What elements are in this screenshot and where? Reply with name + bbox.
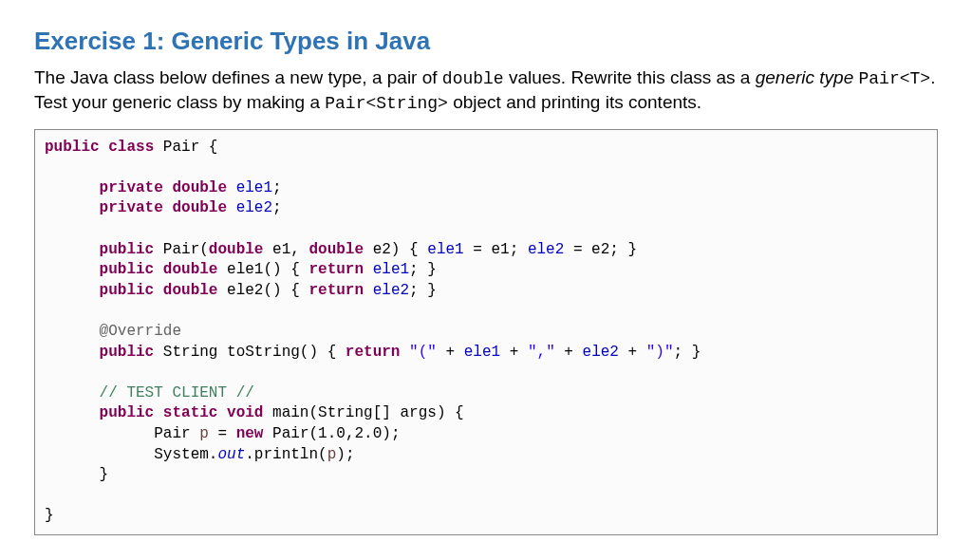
code-token	[45, 261, 100, 278]
code-token	[154, 282, 163, 299]
code-token	[45, 344, 100, 361]
code-token	[154, 404, 163, 421]
code-token: Pair {	[154, 139, 217, 156]
code-token: double	[209, 241, 264, 258]
code-token: ; }	[409, 282, 437, 299]
code-token: ele2	[583, 344, 619, 361]
code-token	[364, 261, 373, 278]
code-token: +	[500, 344, 528, 361]
code-token: ele1	[236, 179, 272, 196]
code-token	[45, 323, 100, 340]
code-token: +	[437, 344, 464, 361]
code-token	[45, 404, 100, 421]
code-token: double	[163, 261, 218, 278]
code-token: return	[308, 282, 364, 299]
code-token: Pair(	[154, 241, 209, 258]
code-token	[45, 282, 100, 299]
code-token: }	[45, 507, 54, 524]
exercise-description: The Java class below defines a new type,…	[34, 65, 938, 116]
code-token: String toString() {	[154, 344, 346, 361]
code-token: +	[555, 344, 583, 361]
code-token	[364, 282, 373, 299]
code-token: ele2	[373, 282, 409, 299]
code-token	[45, 241, 100, 258]
code-token: public	[100, 344, 155, 361]
code-token: ; }	[674, 344, 701, 361]
code-token: @Override	[100, 323, 181, 340]
desc-text-5: object and printing its contents.	[448, 92, 701, 112]
code-token	[45, 179, 100, 196]
code-token	[400, 344, 409, 361]
code-token: =	[209, 425, 236, 442]
code-token: e2) {	[364, 241, 427, 258]
code-token: new	[236, 425, 264, 442]
code-token: ele1	[427, 241, 463, 258]
code-token: e1,	[263, 241, 308, 258]
code-token: = e2; }	[564, 241, 637, 258]
code-token	[45, 384, 100, 401]
code-token	[154, 261, 163, 278]
code-token	[100, 139, 109, 156]
code-token	[217, 404, 227, 421]
code-token: main(String[] args) {	[263, 404, 463, 421]
code-token: System.	[45, 446, 217, 463]
code-token: class	[108, 139, 154, 156]
code-token: );	[336, 446, 354, 463]
code-token: // TEST CLIENT //	[100, 384, 254, 401]
code-token: ; }	[409, 261, 437, 278]
code-token: return	[308, 261, 364, 278]
code-token: ele2	[528, 241, 564, 258]
code-token	[163, 199, 173, 216]
code-token: public	[100, 404, 155, 421]
code-token: double	[172, 199, 227, 216]
code-token: double	[308, 241, 364, 258]
code-token: return	[346, 344, 401, 361]
code-token: ele1() {	[217, 261, 308, 278]
code-token: ele1	[464, 344, 500, 361]
code-token: "("	[409, 344, 437, 361]
code-token: p	[199, 425, 209, 442]
desc-code-pair-string: Pair<String>	[325, 94, 448, 113]
code-token: Pair	[45, 425, 199, 442]
code-token: private	[100, 199, 163, 216]
code-token: out	[217, 446, 245, 463]
code-token: = e1;	[464, 241, 528, 258]
code-token	[163, 179, 173, 196]
code-token: Pair(1.0,2.0);	[263, 425, 400, 442]
code-token: ele2	[236, 199, 272, 216]
code-token: void	[227, 404, 263, 421]
code-token: }	[45, 466, 108, 483]
code-token	[227, 179, 236, 196]
desc-code-pair-t: Pair<T>	[859, 69, 931, 88]
desc-italic-generic-type: generic type	[756, 67, 854, 87]
code-token: public	[100, 282, 155, 299]
code-token: ;	[272, 179, 282, 196]
code-token: ")"	[646, 344, 674, 361]
code-token: p	[327, 446, 337, 463]
desc-code-double: double	[442, 69, 504, 88]
code-token: public	[100, 241, 155, 258]
code-token: private	[100, 179, 163, 196]
desc-text-2: values. Rewrite this class as a	[504, 67, 756, 87]
code-token: public	[100, 261, 155, 278]
code-token	[227, 199, 236, 216]
code-token: double	[172, 179, 227, 196]
code-token: ","	[528, 344, 555, 361]
code-token: .println(	[245, 446, 327, 463]
code-block: public class Pair { private double ele1;…	[34, 129, 938, 535]
code-token: static	[163, 404, 218, 421]
code-token: double	[163, 282, 218, 299]
code-token: ele1	[373, 261, 409, 278]
code-token: ele2() {	[217, 282, 308, 299]
code-token: ;	[272, 199, 282, 216]
code-token	[45, 199, 100, 216]
exercise-title: Exercise 1: Generic Types in Java	[34, 27, 938, 56]
code-token: +	[619, 344, 646, 361]
code-token: public	[45, 139, 100, 156]
desc-text-1: The Java class below defines a new type,…	[34, 67, 442, 87]
